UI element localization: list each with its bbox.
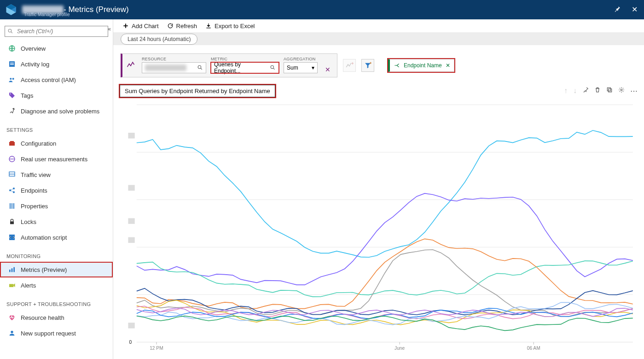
sidebar-item-tags[interactable]: Tags xyxy=(0,88,113,103)
svg-rect-36 xyxy=(128,133,134,138)
toolbar: Add Chart Refresh Export to Excel xyxy=(113,19,644,33)
more-chart-icon[interactable]: ⋯ xyxy=(630,87,638,95)
split-dimension-label: Endpoint Name xyxy=(404,62,442,69)
aggregation-label: AGGREGATION xyxy=(284,57,318,61)
endpoints-icon xyxy=(8,186,16,194)
chart-canvas[interactable]: 012 PMJune06 AM xyxy=(120,100,638,356)
diagnose-icon xyxy=(8,107,16,115)
support-icon xyxy=(8,329,16,337)
resource-picker[interactable] xyxy=(142,62,206,73)
sidebar-item-label: Alerts xyxy=(21,282,36,289)
iam-icon xyxy=(8,76,16,84)
settings-chart-icon[interactable] xyxy=(618,87,625,95)
sidebar-item-automation-script[interactable]: Automation script xyxy=(0,230,113,245)
split-dimension-tag[interactable]: Endpoint Name ✕ xyxy=(388,59,454,72)
main-content: Add Chart Refresh Export to Excel Last 2… xyxy=(113,19,644,359)
svg-point-24 xyxy=(11,331,13,333)
page-subtitle: Traffic Manager profile xyxy=(24,12,70,17)
chevron-down-icon: ▾ xyxy=(312,65,314,71)
svg-rect-21 xyxy=(12,268,13,272)
sidebar-item-new-support-request[interactable]: New support request xyxy=(0,325,113,341)
svg-point-0 xyxy=(8,29,12,32)
sidebar-item-locks[interactable]: Locks xyxy=(0,214,113,230)
filter-icon xyxy=(364,62,371,69)
sidebar-item-properties[interactable]: Properties xyxy=(0,198,113,214)
search-icon xyxy=(7,28,13,34)
globe-icon xyxy=(8,44,16,53)
sidebar-item-real-user-measurements[interactable]: Real user measurements xyxy=(0,151,113,167)
svg-text:06 AM: 06 AM xyxy=(527,346,540,351)
clone-chart-icon[interactable] xyxy=(606,87,613,95)
page-title: - Metrics (Preview) xyxy=(64,5,129,14)
sidebar-item-label: Traffic view xyxy=(21,171,51,178)
title-bar: - Metrics (Preview) Traffic Manager prof… xyxy=(0,0,644,19)
search-icon xyxy=(197,65,203,71)
metric-label: METRIC xyxy=(211,57,279,61)
svg-rect-17 xyxy=(13,203,14,209)
svg-point-26 xyxy=(271,66,273,69)
sidebar-item-label: Automation script xyxy=(21,234,67,241)
metric-selector-bar: RESOURCE METRIC Queries by Endpoint... A… xyxy=(113,45,644,77)
pin-icon[interactable] xyxy=(614,6,626,15)
traffic-icon xyxy=(8,171,16,179)
sidebar-item-access-control-iam-[interactable]: Access control (IAM) xyxy=(0,72,113,88)
svg-point-12 xyxy=(9,189,11,191)
svg-point-13 xyxy=(13,188,15,189)
svg-text:12 PM: 12 PM xyxy=(150,346,163,351)
remove-metric-icon[interactable]: ✕ xyxy=(322,66,333,73)
move-down-icon[interactable]: ↓ xyxy=(573,87,577,95)
sidebar-item-label: Locks xyxy=(21,218,36,225)
remove-split-icon[interactable]: ✕ xyxy=(446,62,450,69)
delete-chart-icon[interactable] xyxy=(594,87,601,95)
time-range-pill[interactable]: Last 24 hours (Automatic) xyxy=(121,34,197,45)
sidebar-item-activity-log[interactable]: Activity log xyxy=(0,56,113,72)
svg-rect-15 xyxy=(10,203,11,209)
sidebar-search[interactable] xyxy=(5,26,108,37)
svg-rect-22 xyxy=(13,267,15,272)
sidebar-item-label: Overview xyxy=(21,45,46,52)
add-filter-button[interactable] xyxy=(361,59,374,72)
collapse-icon[interactable]: « xyxy=(108,26,111,32)
sidebar-item-label: Activity log xyxy=(21,61,49,68)
sidebar-item-label: Metrics (Preview) xyxy=(21,266,67,273)
metric-picker[interactable]: Queries by Endpoint... xyxy=(211,62,279,73)
close-icon[interactable]: ✕ xyxy=(632,5,638,14)
sidebar-item-label: Properties xyxy=(21,203,48,210)
pin-chart-icon[interactable] xyxy=(582,87,589,95)
svg-point-25 xyxy=(198,65,201,69)
chart-title[interactable]: Sum Queries by Endpoint Returned by Endp… xyxy=(120,85,275,97)
props-icon xyxy=(8,202,16,210)
sidebar-item-traffic-view[interactable]: Traffic view xyxy=(0,167,113,182)
export-button[interactable]: Export to Excel xyxy=(205,23,255,29)
add-chart-button[interactable]: Add Chart xyxy=(122,23,159,29)
sidebar-item-overview[interactable]: Overview xyxy=(0,41,113,56)
sidebar-item-label: Real user measurements xyxy=(21,156,87,163)
sidebar-item-alerts[interactable]: Alerts xyxy=(0,277,113,293)
section-settings: SETTINGS xyxy=(0,119,113,135)
refresh-label: Refresh xyxy=(176,23,197,29)
config-icon xyxy=(8,139,16,147)
sidebar-item-resource-health[interactable]: Resource health xyxy=(0,310,113,325)
svg-point-7 xyxy=(10,94,11,94)
svg-rect-38 xyxy=(128,218,134,224)
refresh-button[interactable]: Refresh xyxy=(167,23,197,29)
script-icon xyxy=(8,233,16,241)
plus-icon xyxy=(122,23,129,29)
sidebar-item-endpoints[interactable]: Endpoints xyxy=(0,182,113,198)
metric-selector-group: RESOURCE METRIC Queries by Endpoint... A… xyxy=(121,53,337,77)
sidebar-item-configuration[interactable]: Configuration xyxy=(0,135,113,151)
sidebar-item-label: Resource health xyxy=(21,314,64,321)
add-metric-button[interactable] xyxy=(343,59,356,72)
download-icon xyxy=(205,23,212,29)
sidebar-item-metrics-preview-[interactable]: Metrics (Preview) xyxy=(0,262,113,277)
alerts-icon xyxy=(8,281,16,289)
move-up-icon[interactable]: ↑ xyxy=(564,87,568,95)
section-support: SUPPORT + TROUBLESHOOTING xyxy=(0,293,113,310)
search-input[interactable] xyxy=(5,26,108,37)
resource-label: RESOURCE xyxy=(142,57,206,61)
aggregation-picker[interactable]: Sum ▾ xyxy=(284,62,318,73)
sidebar-item-diagnose-and-solve-problems[interactable]: Diagnose and solve problems xyxy=(0,103,113,119)
section-monitoring: MONITORING xyxy=(0,245,113,262)
refresh-icon xyxy=(167,23,174,29)
sidebar-item-label: Tags xyxy=(21,92,33,99)
